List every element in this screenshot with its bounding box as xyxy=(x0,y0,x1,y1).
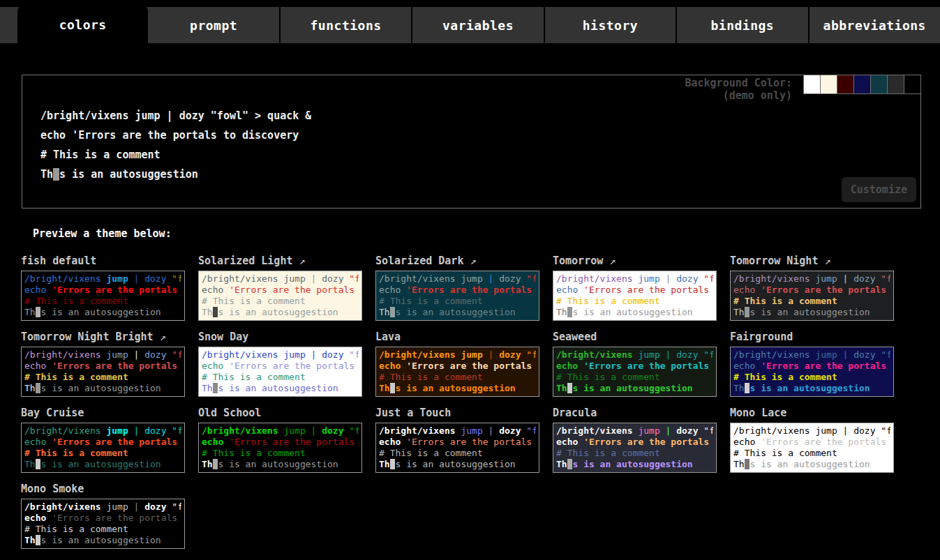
theme-cell-tomorrow-night-bright: Tomorrow Night Bright ↗ /bright/vixens j… xyxy=(21,331,198,397)
preview-line: echo 'Errors are the portals to discover… xyxy=(24,285,181,296)
bg-swatch-3[interactable] xyxy=(837,75,854,94)
external-link-icon[interactable]: ↗ xyxy=(818,255,830,267)
preview-line: /bright/vixens jump | dozy "fowl" > quac… xyxy=(733,425,890,437)
preview-line: echo 'Errors are the portals to discover… xyxy=(379,361,536,372)
preview-line: /bright/vixens jump | dozy "fowl" > quac… xyxy=(24,349,181,361)
tab-colors[interactable]: colors xyxy=(17,6,148,43)
preview-line: This is an autosuggestion xyxy=(202,383,359,394)
theme-preview-box[interactable]: /bright/vixens jump | dozy "fowl" > quac… xyxy=(21,347,185,397)
preview-line: # This is a comment xyxy=(733,296,890,307)
preview-line: echo 'Errors are the portals to discover… xyxy=(379,285,536,296)
theme-preview-box[interactable]: /bright/vixens jump | dozy "fowl" > quac… xyxy=(553,271,717,321)
tab-functions[interactable]: functions xyxy=(281,7,412,43)
theme-cell-dracula: Dracula /bright/vixens jump | dozy "fowl… xyxy=(553,407,730,473)
bg-swatch-1[interactable] xyxy=(803,75,821,94)
theme-preview-box[interactable]: /bright/vixens jump | dozy "fowl" > quac… xyxy=(21,271,185,321)
preview-line: # This is a comment xyxy=(40,145,311,165)
theme-preview-box[interactable]: /bright/vixens jump | dozy "fowl" > quac… xyxy=(21,499,185,549)
tab-prompt[interactable]: prompt xyxy=(148,7,280,43)
theme-preview-box[interactable]: /bright/vixens jump | dozy "fowl" > quac… xyxy=(198,347,362,397)
theme-preview-box[interactable]: /bright/vixens jump | dozy "fowl" > quac… xyxy=(21,423,185,473)
preview-line: This is an autosuggestion xyxy=(379,307,536,318)
customize-button[interactable]: Customize xyxy=(842,177,916,202)
theme-title: fish default xyxy=(21,255,198,266)
tab-history[interactable]: history xyxy=(545,7,677,43)
preview-line: This is an autosuggestion xyxy=(24,535,181,546)
preview-line: # This is a comment xyxy=(24,372,181,383)
theme-title: Mono Lace xyxy=(730,407,907,418)
bg-swatch-6[interactable] xyxy=(887,75,904,94)
preview-line: This is an autosuggestion xyxy=(40,165,311,184)
preview-line: This is an autosuggestion xyxy=(556,307,713,318)
theme-cell-mono-lace: Mono Lace /bright/vixens jump | dozy "fo… xyxy=(730,407,907,473)
theme-preview-box[interactable]: /bright/vixens jump | dozy "fowl" > quac… xyxy=(375,423,539,473)
theme-cell-solarized-light: Solarized Light ↗ /bright/vixens jump | … xyxy=(198,255,375,321)
external-link-icon[interactable]: ↗ xyxy=(463,255,476,267)
theme-preview-box[interactable]: /bright/vixens jump | dozy "fowl" > quac… xyxy=(375,271,539,321)
bg-swatch-7[interactable] xyxy=(904,75,921,94)
current-theme-preview-panel: Background Color: (demo only) /bright/vi… xyxy=(22,75,921,209)
preview-line: # This is a comment xyxy=(556,372,713,383)
theme-cell-fish-default: fish default /bright/vixens jump | dozy … xyxy=(21,255,198,321)
preview-line: /bright/vixens jump | dozy "fowl" > quac… xyxy=(379,273,536,285)
theme-preview-box[interactable]: /bright/vixens jump | dozy "fowl" > quac… xyxy=(553,347,717,397)
preview-line: /bright/vixens jump | dozy "fowl" > quac… xyxy=(379,349,536,361)
external-link-icon[interactable]: ↗ xyxy=(603,255,616,267)
terminal-preview: /bright/vixens jump | dozy "fowl" > quac… xyxy=(40,106,311,184)
theme-title: Fairground xyxy=(730,331,907,342)
themes-heading: Preview a theme below: xyxy=(33,227,940,240)
theme-title: Seaweed xyxy=(553,331,730,342)
background-color-swatches xyxy=(804,75,921,94)
preview-line: # This is a comment xyxy=(202,448,359,459)
preview-line: /bright/vixens jump | dozy "fowl" > quac… xyxy=(556,273,713,285)
theme-title: Snow Day xyxy=(198,331,375,342)
tab-variables[interactable]: variables xyxy=(412,7,544,43)
preview-line: echo 'Errors are the portals to discover… xyxy=(733,437,890,448)
preview-line: This is an autosuggestion xyxy=(556,459,713,470)
preview-line: This is an autosuggestion xyxy=(733,459,890,470)
theme-cell-just-a-touch: Just a Touch /bright/vixens jump | dozy … xyxy=(375,407,553,473)
theme-preview-box[interactable]: /bright/vixens jump | dozy "fowl" > quac… xyxy=(198,271,362,321)
preview-line: /bright/vixens jump | dozy "fowl" > quac… xyxy=(24,425,181,437)
preview-line: echo 'Errors are the portals to discover… xyxy=(556,285,713,296)
theme-preview-box[interactable]: /bright/vixens jump | dozy "fowl" > quac… xyxy=(730,271,894,321)
external-link-icon[interactable]: ↗ xyxy=(154,331,166,343)
theme-title: Bay Cruise xyxy=(21,407,198,418)
preview-line: This is an autosuggestion xyxy=(379,383,536,394)
theme-preview-box[interactable]: /bright/vixens jump | dozy "fowl" > quac… xyxy=(730,347,894,397)
bg-swatch-2[interactable] xyxy=(820,75,837,94)
preview-line: # This is a comment xyxy=(733,372,890,383)
preview-line: This is an autosuggestion xyxy=(202,459,359,470)
preview-line: echo 'Errors are the portals to discover… xyxy=(24,361,181,372)
theme-title: Dracula xyxy=(553,407,730,418)
preview-line: /bright/vixens jump | dozy "fowl" > quac… xyxy=(556,425,713,437)
external-link-icon[interactable]: ↗ xyxy=(292,255,305,267)
theme-preview-box[interactable]: /bright/vixens jump | dozy "fowl" > quac… xyxy=(553,423,717,473)
theme-title: Tomorrow Night ↗ xyxy=(730,255,907,266)
background-color-label: Background Color: (demo only) xyxy=(685,77,792,102)
tab-bindings[interactable]: bindings xyxy=(677,7,809,43)
preview-line: echo 'Errors are the portals to discover… xyxy=(202,285,359,296)
bg-swatch-4[interactable] xyxy=(853,75,871,94)
bg-swatch-5[interactable] xyxy=(870,75,888,94)
theme-title: Just a Touch xyxy=(375,407,553,418)
theme-grid: fish default /bright/vixens jump | dozy … xyxy=(21,255,940,559)
preview-line: # This is a comment xyxy=(379,448,536,459)
preview-line: echo 'Errors are the portals to discover… xyxy=(733,361,890,372)
theme-preview-box[interactable]: /bright/vixens jump | dozy "fowl" > quac… xyxy=(198,423,362,473)
preview-line: echo 'Errors are the portals to discover… xyxy=(24,513,181,524)
preview-line: # This is a comment xyxy=(379,296,536,307)
preview-line: echo 'Errors are the portals to discover… xyxy=(202,437,359,448)
preview-line: This is an autosuggestion xyxy=(202,307,359,318)
theme-preview-box[interactable]: /bright/vixens jump | dozy "fowl" > quac… xyxy=(375,347,539,397)
theme-cell-fairground: Fairground /bright/vixens jump | dozy "f… xyxy=(730,331,907,397)
theme-title: Tomorrow ↗ xyxy=(553,255,730,266)
theme-cell-snow-day: Snow Day /bright/vixens jump | dozy "fow… xyxy=(198,331,375,397)
preview-line: # This is a comment xyxy=(24,296,181,307)
theme-title: Solarized Dark ↗ xyxy=(375,255,553,266)
theme-cell-mono-smoke: Mono Smoke /bright/vixens jump | dozy "f… xyxy=(21,483,198,549)
preview-line: # This is a comment xyxy=(733,448,890,459)
tab-abbreviations[interactable]: abbreviations xyxy=(810,7,940,43)
theme-preview-box[interactable]: /bright/vixens jump | dozy "fowl" > quac… xyxy=(730,423,894,473)
preview-line: # This is a comment xyxy=(556,296,713,307)
